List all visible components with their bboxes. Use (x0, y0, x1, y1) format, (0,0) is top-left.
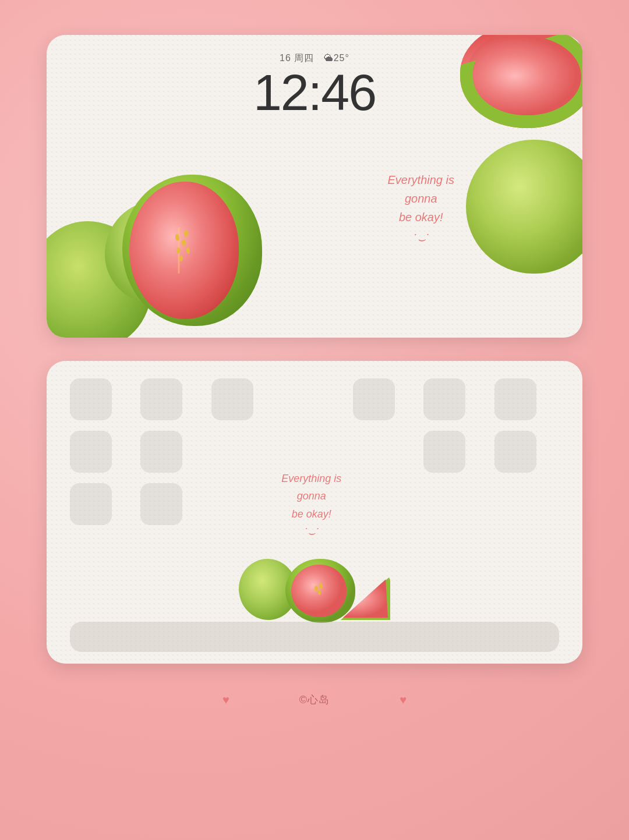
homescreen-quote-line2: gonna (281, 487, 341, 505)
app-icon[interactable] (140, 431, 182, 473)
lockscreen-quote-line2: gonna (388, 189, 455, 208)
app-icon[interactable] (70, 378, 112, 420)
footer-heart-left: ♥ (222, 693, 229, 707)
hs-guava-wedge (341, 576, 390, 620)
homescreen-quote-line3: be okay! (281, 505, 341, 523)
lockscreen-card: 16 周四 🌥25° 12:46 Everything is gonna be … (47, 35, 582, 338)
app-icon[interactable] (423, 431, 465, 473)
guava-center-cut (122, 175, 262, 326)
footer-copyright: ©心岛 (299, 693, 330, 707)
lockscreen-smile: ˙⌣˙ (388, 229, 455, 249)
homescreen-quote-line1: Everything is (281, 470, 341, 488)
homescreen-card: Everything is gonna be okay! ˙⌣˙ (47, 361, 582, 664)
guava-right (466, 140, 582, 274)
app-icon[interactable] (494, 431, 536, 473)
homescreen-fruit-illustration (233, 553, 396, 623)
lockscreen-date: 16 周四 🌥25° (280, 52, 349, 65)
homescreen-smile: ˙⌣˙ (281, 523, 341, 543)
footer: ♥ ©心岛 ♥ (222, 687, 407, 707)
lockscreen-ui: 16 周四 🌥25° 12:46 (253, 52, 376, 118)
homescreen-dock (70, 622, 559, 652)
lockscreen-quote: Everything is gonna be okay! ˙⌣˙ (388, 171, 455, 249)
app-icon[interactable] (140, 378, 182, 420)
lockscreen-quote-line1: Everything is (388, 171, 455, 189)
lockscreen-quote-line3: be okay! (388, 208, 455, 226)
app-icon[interactable] (494, 378, 536, 420)
app-icon[interactable] (211, 378, 253, 420)
lockscreen-time: 12:46 (253, 67, 376, 118)
guava-top-right (460, 35, 582, 128)
footer-heart-right: ♥ (400, 693, 407, 707)
app-icon[interactable] (140, 483, 182, 525)
app-icon[interactable] (70, 483, 112, 525)
app-icon[interactable] (70, 431, 112, 473)
app-icon[interactable] (423, 378, 465, 420)
homescreen-quote: Everything is gonna be okay! ˙⌣˙ (281, 470, 341, 543)
app-icon[interactable] (353, 378, 395, 420)
